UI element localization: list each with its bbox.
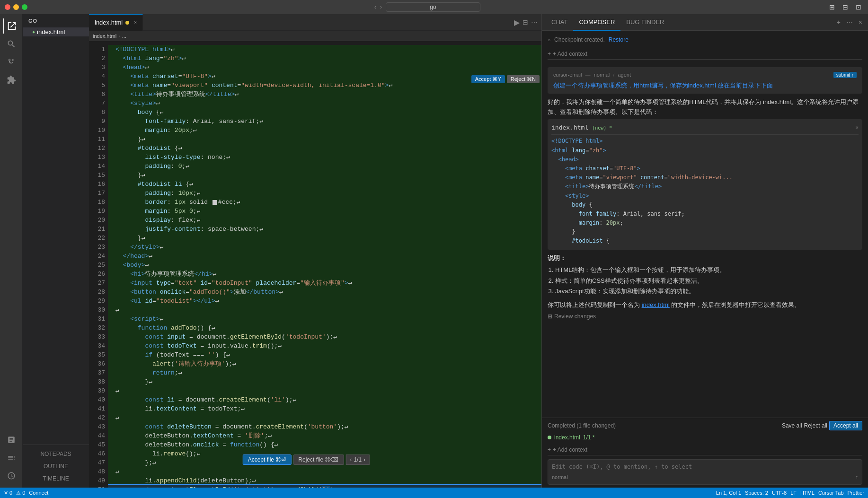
chat-input[interactable] — [552, 463, 858, 470]
code-line-13: list-style-type: none;↵ — [108, 153, 541, 162]
reject-code-button[interactable]: Reject ⌘N — [507, 75, 540, 83]
activity-search[interactable] — [3, 36, 19, 52]
explanation-item-3: JavaScript功能：实现添加和删除待办事项的功能。 — [555, 286, 862, 297]
code-line-19: margin: 5px 0;↵ — [108, 207, 541, 216]
more-actions-icon[interactable]: ⋯ — [531, 18, 538, 26]
code-line-21: justify-content: space-between;↵ — [108, 225, 541, 234]
code-line-27: <input type="text" id="todoInput" placeh… — [108, 279, 541, 288]
split-editor-icon[interactable]: ⊟ — [523, 18, 528, 26]
activity-explorer[interactable] — [3, 18, 19, 34]
from-label: cursor-email — [553, 72, 582, 78]
user-message-text: 创建一个待办事项管理系统，用html编写，保存为index.html 放在当前目… — [553, 81, 857, 90]
code-line-1: <!DOCTYPE html>↵ — [108, 45, 541, 54]
accept-all-button[interactable]: Accept all — [829, 421, 862, 430]
status-eol[interactable]: LF — [790, 490, 797, 496]
run-icon[interactable]: ▶ — [514, 18, 520, 27]
activity-bar — [0, 14, 23, 488]
add-context-icon: + — [548, 51, 551, 57]
code-preview-line-10: margin: 20px; — [551, 218, 859, 227]
index-html-link[interactable]: index.html — [642, 301, 670, 308]
status-spaces[interactable]: Spaces: 2 — [745, 490, 768, 496]
activity-notepads[interactable] — [3, 432, 19, 448]
tab-composer[interactable]: COMPOSER — [573, 14, 620, 31]
code-filename: index.html (new) * — [551, 123, 612, 133]
accept-code-button[interactable]: Accept ⌘Y — [471, 75, 505, 83]
sidebar-item-index-html[interactable]: ● index.html — [23, 27, 89, 36]
checkpoint-bar: ○ Checkpoint created. Restore — [548, 35, 862, 45]
code-content[interactable]: <!DOCTYPE html>↵ <html lang="zh">↵ <head… — [108, 41, 541, 488]
global-search-input[interactable] — [386, 2, 480, 12]
editor-area: index.html × ▶ ⊟ ⋯ index.html › ... Acce… — [89, 14, 541, 488]
close-button[interactable] — [5, 4, 10, 10]
status-cursor-tab[interactable]: Cursor Tab — [818, 490, 844, 496]
sidebar-notepads[interactable]: NOTEPADS — [36, 449, 75, 459]
status-prettier[interactable]: Prettier — [848, 490, 864, 496]
code-line-14: padding: 0;↵ — [108, 162, 541, 171]
accept-file-button[interactable]: Accept file ⌘⏎ — [243, 454, 292, 465]
message-type: normal — [594, 72, 610, 78]
activity-extensions[interactable] — [3, 72, 19, 88]
ai-closing: 你可以将上述代码复制到一个名为 index.html 的文件中，然后在浏览器中打… — [548, 300, 862, 310]
nav-forward-icon[interactable]: › — [380, 4, 382, 10]
close-panel-icon[interactable]: × — [857, 17, 864, 27]
nav-right-icon[interactable]: › — [363, 456, 365, 463]
submit-button[interactable]: submit ↑ — [833, 72, 857, 78]
layout-icon[interactable]: ⊞ — [827, 2, 837, 12]
code-line-38: }↵ — [108, 377, 541, 386]
tab-index-html[interactable]: index.html × — [89, 14, 143, 31]
code-preview-line-12: #todoList { — [551, 236, 859, 245]
main-container: GO ● index.html NOTEPADS OUTLINE TIMELIN… — [0, 14, 868, 488]
nav-back-icon[interactable]: ‹ — [374, 4, 376, 10]
status-language[interactable]: HTML — [800, 490, 815, 496]
more-tab-icon[interactable]: ⋯ — [844, 17, 855, 27]
activity-source-control[interactable] — [3, 54, 19, 70]
breadcrumb-separator: › — [118, 33, 120, 39]
review-changes-button[interactable]: ⊞ Review changes — [548, 312, 862, 321]
code-line-7: <style>↵ — [108, 99, 541, 108]
explanation-item-1: HTML结构：包含一个输入框和一个按钮，用于添加待办事项。 — [555, 265, 862, 275]
code-line-10: margin: 20px;↵ — [108, 126, 541, 135]
fullscreen-icon[interactable]: ⊡ — [854, 2, 863, 12]
window-controls[interactable] — [5, 4, 27, 10]
code-line-24: </head>↵ — [108, 252, 541, 261]
split-icon[interactable]: ⊟ — [841, 2, 850, 12]
checkpoint-icon: ○ — [548, 37, 550, 43]
status-encoding[interactable]: UTF-8 — [772, 490, 787, 496]
breadcrumb-current[interactable]: ... — [122, 33, 126, 39]
code-line-35: if (todoText === '') {↵ — [108, 350, 541, 359]
code-line-31: <script>↵ — [108, 315, 541, 323]
add-context-button[interactable]: + + Add context — [548, 49, 862, 60]
reject-all-button[interactable]: Reject all — [804, 421, 827, 430]
sidebar-timeline[interactable]: TIMELINE — [39, 473, 72, 484]
tab-modified-indicator — [125, 21, 129, 25]
activity-timeline[interactable] — [3, 468, 19, 484]
nav-left-icon[interactable]: ‹ — [350, 456, 352, 463]
activity-outline[interactable] — [3, 450, 19, 466]
status-error-count[interactable]: ✕ 0 — [4, 490, 12, 496]
tab-chat[interactable]: CHAT — [546, 14, 573, 31]
code-block-close-icon[interactable]: × — [855, 123, 859, 132]
code-line-36: alert('请输入待办事项');↵ — [108, 359, 541, 368]
sidebar-bottom: NOTEPADS OUTLINE TIMELINE — [23, 445, 89, 488]
code-line-32: function addTodo() {↵ — [108, 323, 541, 332]
minimize-button[interactable] — [13, 4, 19, 10]
status-position[interactable]: Ln 1, Col 1 — [716, 490, 741, 496]
sidebar-outline[interactable]: OUTLINE — [40, 461, 72, 472]
tab-close-icon[interactable]: × — [134, 20, 137, 25]
chat-submit-button[interactable]: ↑ — [855, 474, 858, 481]
code-line-3: <head>↵ — [108, 63, 541, 72]
code-line-8: body {↵ — [108, 108, 541, 117]
status-connect[interactable]: Connect — [29, 490, 48, 496]
maximize-button[interactable] — [22, 4, 27, 10]
status-warning-count[interactable]: ⚠ 0 — [16, 490, 25, 496]
bottom-add-context-button[interactable]: + + Add context — [548, 445, 862, 455]
ai-message: 好的，我将为你创建一个简单的待办事项管理系统的HTML代码，并将其保存为 ind… — [548, 97, 862, 321]
tab-bug-finder[interactable]: BUG FINDER — [620, 14, 670, 31]
add-tab-icon[interactable]: + — [835, 17, 842, 27]
save-all-button[interactable]: Save all — [782, 421, 802, 430]
reject-file-button[interactable]: Reject file ⌘⌫ — [293, 454, 344, 465]
breadcrumb-root[interactable]: index.html — [93, 33, 116, 39]
restore-link[interactable]: Restore — [609, 36, 629, 43]
code-editor: 12345 678910 1112131415 1617181920 21222… — [89, 41, 541, 488]
code-line-18: border: 1px solid #ccc;↵ — [108, 198, 541, 207]
